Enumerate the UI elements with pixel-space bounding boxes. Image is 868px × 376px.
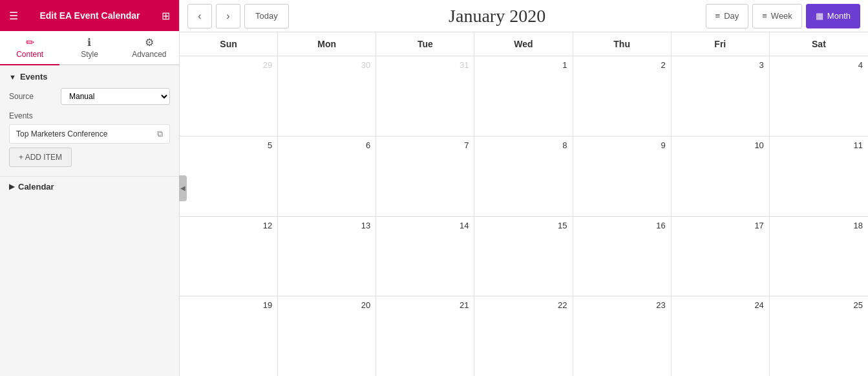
calendar-toolbar: ‹ › Today January 2020 ≡ Day ≡ Week ▦ Mo…	[180, 0, 868, 32]
day-header-thu: Thu	[573, 32, 672, 56]
add-item-label: + ADD ITEM	[19, 153, 62, 162]
week-1: 29 30 31 1 2 3 4	[180, 56, 868, 137]
table-row[interactable]: 21	[376, 296, 474, 376]
week-view-label: Week	[771, 11, 792, 21]
tab-advanced[interactable]: ⚙ Advanced	[120, 31, 179, 65]
table-row[interactable]: 29	[180, 56, 278, 136]
table-row[interactable]: 24	[672, 296, 770, 376]
day-view-icon: ≡	[715, 11, 721, 21]
prev-icon: ‹	[198, 10, 201, 22]
table-row[interactable]: 25	[770, 296, 868, 376]
table-row[interactable]: 5	[180, 137, 278, 216]
table-row[interactable]: 17	[672, 217, 770, 296]
today-label: Today	[255, 11, 278, 21]
tab-style[interactable]: ℹ Style	[59, 31, 119, 65]
day-view-button[interactable]: ≡ Day	[706, 4, 749, 28]
source-label: Source	[9, 92, 61, 101]
content-tab-icon: ✏	[26, 36, 34, 49]
table-row[interactable]: 30	[278, 56, 376, 136]
week-3: 12 13 14 15 16 17 18	[180, 217, 868, 297]
events-sub-label: Events	[9, 111, 170, 120]
table-row[interactable]: 20	[278, 296, 376, 376]
table-row[interactable]: 6	[278, 137, 376, 216]
prev-month-button[interactable]: ‹	[187, 4, 212, 28]
week-view-button[interactable]: ≡ Week	[752, 4, 802, 28]
day-header-mon: Mon	[278, 32, 376, 56]
table-row[interactable]: 22	[474, 296, 573, 376]
table-row[interactable]: 8	[474, 137, 573, 216]
table-row[interactable]: 31	[376, 56, 474, 136]
day-header-wed: Wed	[474, 32, 573, 56]
day-header-tue: Tue	[376, 32, 474, 56]
table-row[interactable]: 11	[770, 137, 868, 216]
table-row[interactable]: 3	[672, 56, 770, 136]
table-row[interactable]: 15	[474, 217, 573, 296]
day-headers: Sun Mon Tue Wed Thu Fri Sat	[180, 32, 868, 56]
today-button[interactable]: Today	[244, 4, 289, 28]
calendar-title: January 2020	[293, 6, 702, 27]
table-row[interactable]: 4	[770, 56, 868, 136]
panel-title: Edit EA Event Calendar	[39, 10, 140, 21]
events-section-header[interactable]: ▼ Events	[9, 72, 170, 82]
table-row[interactable]: 13	[278, 217, 376, 296]
source-field-row: Source Manual Google Calendar The Events…	[9, 88, 170, 105]
right-panel: ‹ › Today January 2020 ≡ Day ≡ Week ▦ Mo…	[180, 0, 868, 376]
table-row[interactable]: 23	[573, 296, 672, 376]
add-item-button[interactable]: + ADD ITEM	[9, 148, 72, 167]
day-header-sat: Sat	[770, 32, 868, 56]
table-row[interactable]: 18	[770, 217, 868, 296]
calendar-settings-section: ▶ Calendar	[0, 176, 179, 197]
events-section: ▼ Events Source Manual Google Calendar T…	[0, 65, 179, 176]
week-4: 19 20 21 22 23 24 25	[180, 296, 868, 376]
next-icon: ›	[226, 10, 229, 22]
calendar-weeks: 29 30 31 1 2 3 4 5 6 7 8 9 10 11 12	[180, 56, 868, 376]
source-select[interactable]: Manual Google Calendar The Events Calend…	[61, 88, 170, 105]
day-header-fri: Fri	[672, 32, 770, 56]
hamburger-icon[interactable]: ☰	[9, 10, 18, 22]
events-section-label: Events	[20, 72, 48, 82]
month-view-label: Month	[827, 11, 851, 21]
advanced-tab-label: Advanced	[132, 50, 166, 59]
collapse-handle[interactable]: ◀	[179, 175, 187, 201]
month-view-icon: ▦	[816, 11, 823, 21]
content-tab-label: Content	[16, 50, 43, 59]
day-view-label: Day	[724, 11, 739, 21]
advanced-tab-icon: ⚙	[145, 36, 154, 49]
calendar-arrow-icon: ▶	[9, 182, 14, 191]
event-item: Top Marketers Conference ⧉	[9, 124, 170, 144]
table-row[interactable]: 9	[573, 137, 672, 216]
table-row[interactable]: 10	[672, 137, 770, 216]
month-view-button[interactable]: ▦ Month	[806, 4, 860, 28]
calendar-section-label: Calendar	[18, 182, 54, 192]
grid-icon[interactable]: ⊞	[162, 10, 170, 22]
table-row[interactable]: 7	[376, 137, 474, 216]
table-row[interactable]: 2	[573, 56, 672, 136]
table-row[interactable]: 19	[180, 296, 278, 376]
table-row[interactable]: 12	[180, 217, 278, 296]
event-item-name: Top Marketers Conference	[16, 129, 107, 138]
style-tab-icon: ℹ	[87, 36, 91, 49]
event-item-icons: ⧉	[157, 129, 163, 139]
events-arrow-icon: ▼	[9, 73, 16, 81]
table-row[interactable]: 16	[573, 217, 672, 296]
table-row[interactable]: 14	[376, 217, 474, 296]
left-panel: ☰ Edit EA Event Calendar ⊞ ✏ Content ℹ S…	[0, 0, 180, 376]
day-header-sun: Sun	[180, 32, 278, 56]
calendar-grid: Sun Mon Tue Wed Thu Fri Sat 29 30 31 1 2…	[180, 32, 868, 376]
week-2: 5 6 7 8 9 10 11	[180, 137, 868, 217]
calendar-section-header[interactable]: ▶ Calendar	[9, 182, 170, 192]
table-row[interactable]: 1	[474, 56, 573, 136]
next-month-button[interactable]: ›	[216, 4, 240, 28]
panel-header: ☰ Edit EA Event Calendar ⊞	[0, 0, 179, 31]
panel-tabs: ✏ Content ℹ Style ⚙ Advanced	[0, 31, 179, 65]
tab-content[interactable]: ✏ Content	[0, 31, 59, 65]
week-view-icon: ≡	[762, 11, 767, 21]
duplicate-icon[interactable]: ⧉	[157, 129, 163, 139]
style-tab-label: Style	[81, 50, 98, 59]
